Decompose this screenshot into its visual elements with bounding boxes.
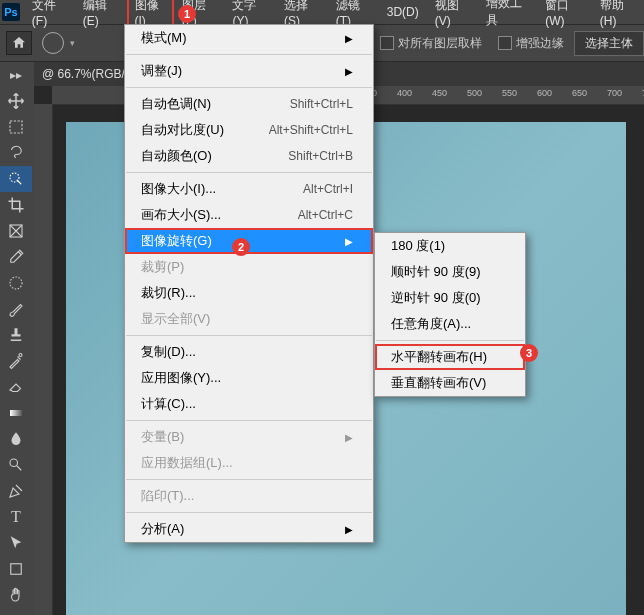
menu-trap: 陷印(T)...	[125, 483, 373, 509]
menu-mode[interactable]: 模式(M)▶	[125, 25, 373, 51]
menu-analysis[interactable]: 分析(A)▶	[125, 516, 373, 542]
dodge-tool[interactable]	[0, 452, 32, 478]
flip-vertical[interactable]: 垂直翻转画布(V)	[375, 370, 525, 396]
menu-reveal-all: 显示全部(V)	[125, 306, 373, 332]
frame-tool[interactable]	[0, 218, 32, 244]
hand-tool[interactable]	[0, 582, 32, 608]
move-tool[interactable]	[0, 88, 32, 114]
healing-tool[interactable]	[0, 270, 32, 296]
quick-select-tool[interactable]	[0, 166, 32, 192]
rotate-90-cw[interactable]: 顺时针 90 度(9)	[375, 259, 525, 285]
eraser-tool[interactable]	[0, 374, 32, 400]
image-menu-dropdown: 模式(M)▶ 调整(J)▶ 自动色调(N)Shift+Ctrl+L 自动对比度(…	[124, 24, 374, 543]
image-rotation-submenu: 180 度(1) 顺时针 90 度(9) 逆时针 90 度(0) 任意角度(A)…	[374, 232, 526, 397]
menu-adjustments[interactable]: 调整(J)▶	[125, 58, 373, 84]
sample-all-checkbox[interactable]	[380, 36, 394, 50]
menubar: Ps 文件(F) 编辑(E) 图像(I) 图层(L) 文字(Y) 选择(S) 滤…	[0, 0, 644, 25]
ps-logo: Ps	[2, 3, 20, 21]
menu-help[interactable]: 帮助(H)	[592, 0, 644, 31]
crop-tool[interactable]	[0, 192, 32, 218]
marquee-tool[interactable]	[0, 114, 32, 140]
enhance-edge-label: 增强边缘	[516, 35, 564, 52]
svg-point-4	[19, 354, 22, 357]
svg-point-3	[10, 277, 22, 289]
menu-image-size[interactable]: 图像大小(I)...Alt+Ctrl+I	[125, 176, 373, 202]
select-subject-button[interactable]: 选择主体	[574, 31, 644, 56]
pen-tool[interactable]	[0, 478, 32, 504]
menu-apply-dataset: 应用数据组(L)...	[125, 450, 373, 476]
svg-rect-7	[11, 564, 22, 575]
brush-preset[interactable]: ▾	[42, 32, 75, 54]
rotate-arbitrary[interactable]: 任意角度(A)...	[375, 311, 525, 337]
svg-rect-0	[10, 121, 22, 133]
menu-calculations[interactable]: 计算(C)...	[125, 391, 373, 417]
home-icon[interactable]	[6, 31, 32, 55]
menu-plugins[interactable]: 增效工具	[478, 0, 537, 32]
stamp-tool[interactable]	[0, 322, 32, 348]
menu-auto-color[interactable]: 自动颜色(O)Shift+Ctrl+B	[125, 143, 373, 169]
shape-tool[interactable]	[0, 556, 32, 582]
path-select-tool[interactable]	[0, 530, 32, 556]
type-tool[interactable]: T	[0, 504, 32, 530]
rotate-180[interactable]: 180 度(1)	[375, 233, 525, 259]
blur-tool[interactable]	[0, 426, 32, 452]
lasso-tool[interactable]	[0, 140, 32, 166]
gradient-tool[interactable]	[0, 400, 32, 426]
menu-canvas-size[interactable]: 画布大小(S)...Alt+Ctrl+C	[125, 202, 373, 228]
history-brush-tool[interactable]	[0, 348, 32, 374]
eyedropper-tool[interactable]	[0, 244, 32, 270]
svg-rect-5	[10, 410, 22, 416]
annotation-badge-2: 2	[232, 238, 250, 256]
brush-tool[interactable]	[0, 296, 32, 322]
menu-auto-contrast[interactable]: 自动对比度(U)Alt+Shift+Ctrl+L	[125, 117, 373, 143]
flip-horizontal[interactable]: 水平翻转画布(H)	[375, 344, 525, 370]
menu-trim[interactable]: 裁切(R)...	[125, 280, 373, 306]
enhance-edge-checkbox[interactable]	[498, 36, 512, 50]
annotation-badge-1: 1	[178, 5, 196, 23]
menu-crop: 裁剪(P)	[125, 254, 373, 280]
ruler-vertical	[34, 104, 53, 615]
menu-view[interactable]: 视图(V)	[427, 0, 479, 31]
annotation-badge-3: 3	[520, 344, 538, 362]
menu-3d[interactable]: 3D(D)	[379, 2, 427, 22]
tab-title: @ 66.7%(RGB/...	[42, 67, 135, 81]
menu-auto-tone[interactable]: 自动色调(N)Shift+Ctrl+L	[125, 91, 373, 117]
rotate-90-ccw[interactable]: 逆时针 90 度(0)	[375, 285, 525, 311]
toolbar: ▸▸ T	[0, 62, 35, 615]
menu-window[interactable]: 窗口(W)	[537, 0, 592, 31]
menu-variables: 变量(B)▶	[125, 424, 373, 450]
menu-edit[interactable]: 编辑(E)	[75, 0, 127, 31]
menu-file[interactable]: 文件(F)	[24, 0, 75, 31]
sample-all-label: 对所有图层取样	[398, 35, 482, 52]
menu-apply-image[interactable]: 应用图像(Y)...	[125, 365, 373, 391]
collapse-icon[interactable]: ▸▸	[0, 62, 32, 88]
svg-point-6	[10, 459, 18, 467]
menu-duplicate[interactable]: 复制(D)...	[125, 339, 373, 365]
